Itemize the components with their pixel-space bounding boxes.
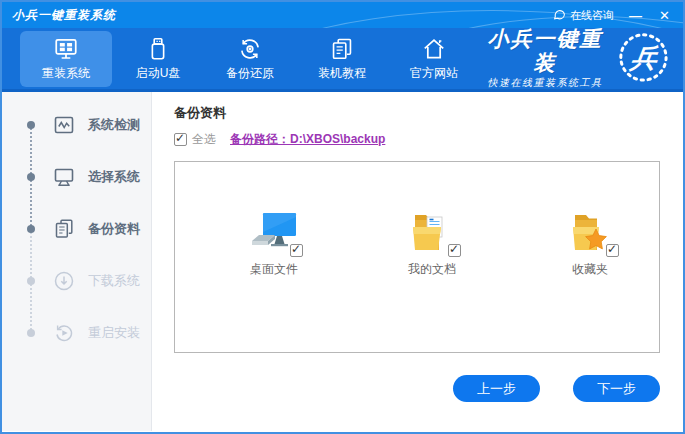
backup-item-label: 桌面文件: [250, 261, 298, 278]
nav-item-label: 备份还原: [226, 65, 274, 82]
backup-restore-icon: [237, 36, 263, 62]
select-all-checkbox[interactable]: [174, 133, 187, 146]
prev-step-button[interactable]: 上一步: [453, 375, 540, 402]
step-label: 选择系统: [88, 168, 140, 186]
backup-item-favorites[interactable]: 收藏夹: [547, 211, 633, 278]
reinstall-system-icon: [53, 36, 79, 62]
online-service-button[interactable]: 在线咨询: [553, 8, 614, 23]
brand-badge: 兵: [618, 32, 669, 86]
step-label: 备份资料: [88, 220, 140, 238]
step-bullet: [27, 277, 35, 285]
sidebar-step-choose-system[interactable]: 选择系统: [2, 151, 151, 203]
nav-item-boot-usb[interactable]: 启动U盘: [112, 31, 204, 87]
sidebar-step-download-system[interactable]: 下载系统: [2, 255, 151, 307]
my-documents-checkbox[interactable]: [448, 244, 461, 257]
backup-data-icon: [52, 217, 76, 241]
favorites-checkbox[interactable]: [606, 244, 619, 257]
app-window: 小兵一键重装系统 在线咨询 — ✕: [0, 0, 685, 434]
backup-item-label: 我的文档: [408, 261, 456, 278]
boot-usb-icon: [145, 36, 171, 62]
sidebar-step-backup-data[interactable]: 备份资料: [2, 203, 151, 255]
backup-item-label: 收藏夹: [572, 261, 608, 278]
nav-item-official-site[interactable]: 官方网站: [388, 31, 480, 87]
sidebar-step-system-check[interactable]: 系统检测: [2, 99, 151, 151]
system-check-icon: [52, 113, 76, 137]
step-bullet: [27, 121, 35, 129]
backup-item-desktop-files[interactable]: 桌面文件: [231, 211, 317, 278]
window-title: 小兵一键重装系统: [12, 7, 116, 24]
step-bullet: [27, 329, 35, 337]
next-step-button[interactable]: 下一步: [573, 375, 660, 402]
brand-badge-glyph: 兵: [628, 41, 659, 76]
backup-items-panel: 桌面文件: [174, 161, 660, 353]
nav-bar: 重装系统 启动U盘: [2, 28, 683, 92]
nav-item-tutorial[interactable]: 装机教程: [296, 31, 388, 87]
download-system-icon: [52, 269, 76, 293]
select-all-control[interactable]: 全选: [174, 131, 216, 148]
nav-item-backup-restore[interactable]: 备份还原: [204, 31, 296, 87]
step-bullet: [27, 225, 35, 233]
nav-item-reinstall-system[interactable]: 重装系统: [20, 31, 112, 87]
step-bullet: [27, 173, 35, 181]
choose-system-icon: [52, 165, 76, 189]
official-site-icon: [421, 36, 447, 62]
main-content: 备份资料 全选 备份路径：D:\XBOS\backup: [152, 92, 683, 431]
nav-item-label: 装机教程: [318, 65, 366, 82]
brand-area: 小兵一键重装 快速在线重装系统工具 兵: [480, 27, 683, 89]
page-title: 备份资料: [174, 104, 660, 122]
online-service-label: 在线咨询: [570, 8, 614, 23]
backup-path-link[interactable]: 备份路径：D:\XBOS\backup: [230, 131, 385, 148]
desktop-files-checkbox[interactable]: [290, 244, 303, 257]
sidebar-step-restart-install[interactable]: 重启安装: [2, 307, 151, 359]
nav-item-label: 启动U盘: [136, 65, 181, 82]
select-all-label: 全选: [192, 131, 216, 148]
step-label: 系统检测: [88, 116, 140, 134]
brand-logo-text: 小兵一键重装: [480, 27, 610, 73]
restart-install-icon: [52, 321, 76, 345]
step-label: 重启安装: [88, 324, 140, 342]
close-button[interactable]: ✕: [656, 9, 673, 22]
nav-item-label: 重装系统: [42, 65, 90, 82]
step-label: 下载系统: [88, 272, 140, 290]
title-bar: 小兵一键重装系统 在线咨询 — ✕: [2, 2, 683, 28]
nav-item-label: 官方网站: [410, 65, 458, 82]
tutorial-icon: [329, 36, 355, 62]
brand-slogan: 快速在线重装系统工具: [480, 76, 610, 90]
minimize-button[interactable]: —: [626, 9, 644, 22]
steps-sidebar: 系统检测 选择系统: [2, 92, 152, 431]
backup-item-my-documents[interactable]: 我的文档: [389, 211, 475, 278]
chat-bubble-icon: [553, 8, 566, 23]
